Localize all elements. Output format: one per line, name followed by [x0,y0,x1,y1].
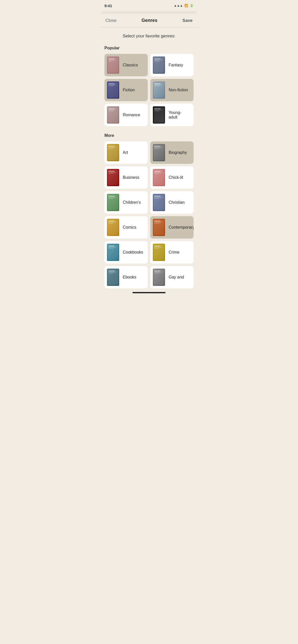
genre-label-fiction: Fiction [123,88,135,92]
genre-card-chicklit[interactable]: Chick-lit [150,166,194,189]
genre-label-romance: Romance [123,113,140,117]
genre-label-classics: Classics [123,63,138,67]
genre-card-cookbooks[interactable]: Cookbooks [104,241,148,264]
header: Close Genres Save [99,14,199,27]
genre-card-art[interactable]: Art [104,141,148,164]
genre-card-business[interactable]: Business [104,166,148,189]
svg-rect-38 [154,147,162,148]
svg-rect-63 [109,222,116,223]
book-cover-business [107,169,119,186]
svg-rect-19 [154,86,159,86]
svg-rect-67 [154,221,160,222]
genre-card-contemporary[interactable]: Contemporary [150,216,194,239]
svg-rect-14 [109,86,114,86]
signal-icon: ▲▲▲ [174,4,183,7]
svg-rect-84 [109,273,114,273]
sections-container: Popular Classics Fantasy Fiction Non-fic… [104,46,194,288]
svg-rect-58 [154,197,162,198]
svg-rect-4 [109,61,114,61]
svg-rect-64 [109,223,114,224]
book-cover-contemporary [153,219,165,236]
status-time: 9:41 [104,4,112,8]
save-button[interactable]: Save [182,18,193,23]
genre-card-comics[interactable]: Comics [104,216,148,239]
book-cover-comics [107,219,119,236]
section-label-popular: Popular [104,46,194,50]
book-cover-romance [107,106,119,124]
genre-grid-more: Art Biography Business Chick-lit Childre… [104,141,194,288]
svg-rect-59 [154,198,159,199]
genre-label-youngadult: Young-adult [169,110,190,120]
svg-rect-74 [109,248,114,248]
svg-rect-89 [154,273,159,273]
svg-rect-83 [109,272,116,272]
genre-card-christian[interactable]: Christian [150,191,194,214]
genre-label-business: Business [123,175,139,180]
section-popular: Popular Classics Fantasy Fiction Non-fic… [104,46,194,126]
svg-rect-32 [109,146,115,147]
svg-rect-73 [109,247,116,247]
svg-rect-82 [109,271,115,271]
book-cover-fiction [107,81,119,99]
genre-label-crime: Crime [169,250,180,255]
svg-rect-49 [154,173,159,174]
book-cover-biography [153,144,165,161]
genre-label-gay: Gay and [169,275,184,280]
svg-rect-28 [154,110,162,110]
svg-rect-23 [109,110,116,110]
book-cover-youngadult [153,106,165,124]
genre-card-romance[interactable]: Romance [104,104,148,126]
svg-rect-7 [154,58,160,59]
svg-rect-57 [154,196,160,197]
genre-grid-popular: Classics Fantasy Fiction Non-fiction Rom… [104,54,194,126]
book-cover-childrens [107,194,119,211]
svg-rect-42 [109,171,115,172]
svg-rect-53 [109,197,116,198]
genre-card-ebooks[interactable]: Ebooks [104,266,148,288]
svg-rect-3 [109,60,116,60]
genre-card-classics[interactable]: Classics [104,54,148,76]
home-indicator [132,292,166,293]
book-cover-christian [153,194,165,211]
svg-rect-43 [109,172,116,173]
genre-label-christian: Christian [169,200,185,205]
svg-rect-52 [109,196,115,197]
svg-rect-17 [154,83,160,84]
genre-label-art: Art [123,150,128,155]
book-cover-ebooks [107,269,119,286]
genre-card-nonfiction[interactable]: Non-fiction [150,79,194,101]
svg-rect-9 [154,61,159,61]
genre-card-crime[interactable]: Crime [150,241,194,264]
svg-rect-22 [109,108,115,109]
svg-rect-13 [109,85,116,85]
status-bar: 9:41 ▲▲▲ 📶 🔋 [99,0,199,11]
genre-card-youngadult[interactable]: Young-adult [150,104,194,126]
svg-rect-54 [109,198,114,199]
svg-rect-29 [154,111,159,111]
svg-rect-88 [154,272,162,272]
svg-rect-79 [154,248,159,248]
header-title: Genres [142,18,157,23]
svg-rect-77 [154,246,160,246]
genre-card-childrens[interactable]: Children's [104,191,148,214]
subtitle: Select your favorite genres: [104,34,194,39]
tab-bar [101,11,197,14]
book-cover-gay [153,269,165,286]
genre-label-ebooks: Ebooks [123,275,136,280]
genre-card-biography[interactable]: Biography [150,141,194,164]
book-cover-crime [153,244,165,261]
book-cover-cookbooks [107,244,119,261]
svg-rect-34 [109,148,114,149]
genre-label-cookbooks: Cookbooks [123,250,143,255]
svg-rect-27 [154,108,160,109]
genre-card-gay[interactable]: Gay and [150,266,194,288]
genre-card-fantasy[interactable]: Fantasy [150,54,194,76]
svg-rect-2 [109,58,115,59]
genre-card-fiction[interactable]: Fiction [104,79,148,101]
book-cover-classics [107,56,119,74]
genre-label-biography: Biography [169,150,187,155]
svg-rect-48 [154,172,162,173]
svg-rect-47 [154,171,160,172]
close-button[interactable]: Close [105,18,116,23]
wifi-icon: 📶 [184,4,188,7]
